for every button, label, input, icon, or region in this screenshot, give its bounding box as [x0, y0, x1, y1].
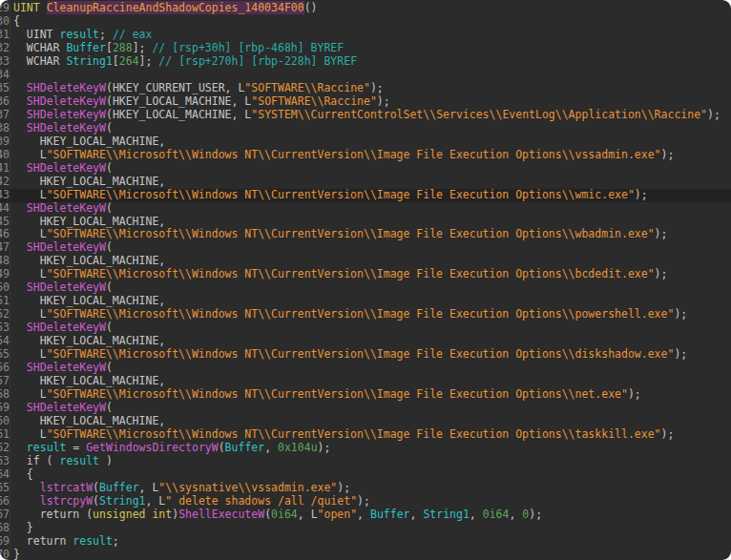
code-line[interactable]: 32 WCHAR Buffer[288]; // [rsp+30h] [rbp-…: [0, 42, 731, 55]
code-line[interactable]: 54 HKEY_LOCAL_MACHINE,: [0, 335, 731, 348]
code-line-text[interactable]: result = GetWindowsDirectoryW(Buffer, 0x…: [13, 442, 330, 455]
code-line-text[interactable]: }: [13, 549, 20, 560]
code-line-text[interactable]: UINT result; // eax: [13, 29, 152, 42]
code-line-text[interactable]: HKEY_LOCAL_MACHINE,: [13, 176, 165, 189]
token-pl: {: [13, 467, 33, 481]
code-line-text[interactable]: L"SOFTWARE\\Microsoft\\Windows NT\\Curre…: [13, 308, 687, 321]
code-line-text[interactable]: SHDeleteKeyW(: [13, 362, 113, 375]
code-line-text[interactable]: SHDeleteKeyW(: [13, 122, 113, 135]
code-line[interactable]: 42 HKEY_LOCAL_MACHINE,: [0, 176, 731, 189]
code-line-text[interactable]: L"SOFTWARE\\Microsoft\\Windows NT\\Curre…: [13, 428, 674, 442]
code-line[interactable]: 39 HKEY_LOCAL_MACHINE,: [0, 135, 731, 149]
code-line[interactable]: 61 L"SOFTWARE\\Microsoft\\Windows NT\\Cu…: [0, 428, 731, 442]
code-line-text[interactable]: return (unsigned int)ShellExecuteW(0i64,…: [13, 508, 542, 522]
code-line[interactable]: 69 return result;: [0, 535, 731, 549]
code-line[interactable]: 62 result = GetWindowsDirectoryW(Buffer,…: [0, 442, 731, 455]
code-line[interactable]: 29UINT CleanupRaccineAndShadowCopies_140…: [0, 2, 731, 15]
token-pl: WCHAR: [13, 54, 66, 68]
code-line-text[interactable]: SHDeleteKeyW(: [13, 321, 113, 335]
code-line[interactable]: 65 lstrcatW(Buffer, L"\\sysnative\\vssad…: [0, 482, 731, 495]
token-pl: L: [13, 387, 47, 401]
code-listing[interactable]: 29UINT CleanupRaccineAndShadowCopies_140…: [0, 2, 731, 560]
code-line-text[interactable]: HKEY_LOCAL_MACHINE,: [13, 216, 165, 229]
code-line-text[interactable]: SHDeleteKeyW(: [13, 281, 113, 295]
code-line-text[interactable]: L"SOFTWARE\\Microsoft\\Windows NT\\Curre…: [13, 149, 674, 162]
code-line-text[interactable]: SHDeleteKeyW(: [13, 402, 113, 415]
code-line-text[interactable]: L"SOFTWARE\\Microsoft\\Windows NT\\Curre…: [13, 268, 667, 281]
code-line[interactable]: 57 HKEY_LOCAL_MACHINE,: [0, 375, 731, 388]
code-line[interactable]: 34: [0, 69, 731, 82]
code-line[interactable]: 56 SHDeleteKeyW(: [0, 362, 731, 375]
code-line-text[interactable]: WCHAR Buffer[288]; // [rsp+30h] [rbp-468…: [13, 42, 344, 55]
code-line[interactable]: 46 L"SOFTWARE\\Microsoft\\Windows NT\\Cu…: [0, 228, 731, 241]
token-call: SHDeleteKeyW: [27, 161, 106, 175]
code-line[interactable]: 30{: [0, 15, 731, 29]
token-pl: WCHAR: [13, 41, 66, 54]
code-line-text[interactable]: {: [13, 468, 33, 482]
code-line[interactable]: 37 SHDeleteKeyW(HKEY_LOCAL_MACHINE, L"SY…: [0, 109, 731, 122]
code-line-text[interactable]: SHDeleteKeyW(: [13, 202, 113, 216]
code-line[interactable]: 33 WCHAR String1[264]; // [rsp+270h] [rb…: [0, 55, 731, 69]
code-line[interactable]: 58 L"SOFTWARE\\Microsoft\\Windows NT\\Cu…: [0, 388, 731, 402]
code-line-text[interactable]: HKEY_LOCAL_MACHINE,: [13, 375, 165, 388]
code-line-text[interactable]: L"SOFTWARE\\Microsoft\\Windows NT\\Curre…: [13, 348, 687, 362]
code-line[interactable]: 68 }: [0, 522, 731, 535]
code-line[interactable]: 44 SHDeleteKeyW(: [0, 202, 731, 216]
code-line[interactable]: 43 L"SOFTWARE\\Microsoft\\Windows NT\\Cu…: [0, 189, 731, 202]
code-line[interactable]: 36 SHDeleteKeyW(HKEY_LOCAL_MACHINE, L"SO…: [0, 95, 731, 109]
code-line[interactable]: 51 HKEY_LOCAL_MACHINE,: [0, 295, 731, 308]
code-line[interactable]: 53 SHDeleteKeyW(: [0, 321, 731, 335]
code-line[interactable]: 50 SHDeleteKeyW(: [0, 281, 731, 295]
code-line-text[interactable]: HKEY_LOCAL_MACHINE,: [13, 135, 165, 149]
code-line[interactable]: 45 HKEY_LOCAL_MACHINE,: [0, 216, 731, 229]
code-line-text[interactable]: lstrcatW(Buffer, L"\\sysnative\\vssadmin…: [13, 482, 350, 495]
code-line-text[interactable]: SHDeleteKeyW(: [13, 241, 113, 255]
token-pl: [13, 361, 27, 374]
code-line-text[interactable]: HKEY_LOCAL_MACHINE,: [13, 415, 165, 428]
code-line[interactable]: 48 HKEY_LOCAL_MACHINE,: [0, 255, 731, 268]
code-line[interactable]: 63 if ( result ): [0, 455, 731, 468]
code-line-text[interactable]: HKEY_LOCAL_MACHINE,: [13, 255, 165, 268]
code-line-text[interactable]: if ( result ): [13, 455, 113, 468]
code-line-text[interactable]: }: [13, 522, 33, 535]
code-line[interactable]: 41 SHDeleteKeyW(: [0, 162, 731, 176]
code-line-text[interactable]: lstrcpyW(String1, L" delete shadows /all…: [13, 495, 370, 508]
code-line-text[interactable]: WCHAR String1[264]; // [rsp+270h] [rbp-2…: [13, 55, 357, 69]
code-line-text[interactable]: SHDeleteKeyW(HKEY_LOCAL_MACHINE, L"SYSTE…: [13, 109, 721, 122]
code-line-text[interactable]: return result;: [13, 535, 119, 549]
line-number: 41: [0, 162, 10, 176]
code-line[interactable]: 67 return (unsigned int)ShellExecuteW(0i…: [0, 508, 731, 522]
token-pl: [: [113, 54, 119, 68]
code-line[interactable]: 38 SHDeleteKeyW(: [0, 122, 731, 135]
code-line-text[interactable]: HKEY_LOCAL_MACHINE,: [13, 295, 165, 308]
token-pl: [13, 441, 27, 454]
code-line-text[interactable]: {: [13, 15, 20, 29]
code-line[interactable]: 31 UINT result; // eax: [0, 29, 731, 42]
code-line-text[interactable]: L"SOFTWARE\\Microsoft\\Windows NT\\Curre…: [13, 228, 667, 241]
token-call: GetWindowsDirectoryW: [86, 441, 218, 454]
code-line-text[interactable]: SHDeleteKeyW(: [13, 162, 113, 176]
code-line[interactable]: 35 SHDeleteKeyW(HKEY_CURRENT_USER, L"SOF…: [0, 82, 731, 95]
code-line[interactable]: 59 SHDeleteKeyW(: [0, 402, 731, 415]
code-line-text[interactable]: UINT CleanupRaccineAndShadowCopies_14003…: [13, 2, 318, 15]
line-number: 38: [0, 122, 10, 135]
code-line[interactable]: 55 L"SOFTWARE\\Microsoft\\Windows NT\\Cu…: [0, 348, 731, 362]
function-name-highlighted[interactable]: CleanupRaccineAndShadowCopies_140034F00: [47, 1, 304, 14]
token-str: "SOFTWARE\\Microsoft\\Windows NT\\Curren…: [47, 267, 655, 280]
code-line[interactable]: 52 L"SOFTWARE\\Microsoft\\Windows NT\\Cu…: [0, 308, 731, 321]
code-line-text[interactable]: HKEY_LOCAL_MACHINE,: [13, 335, 165, 348]
code-line-text[interactable]: L"SOFTWARE\\Microsoft\\Windows NT\\Curre…: [13, 388, 641, 402]
code-line[interactable]: 60 HKEY_LOCAL_MACHINE,: [0, 415, 731, 428]
code-line[interactable]: 70}: [0, 549, 731, 560]
code-line[interactable]: 40 L"SOFTWARE\\Microsoft\\Windows NT\\Cu…: [0, 149, 731, 162]
code-line-text[interactable]: SHDeleteKeyW(HKEY_LOCAL_MACHINE, L"SOFTW…: [13, 95, 390, 109]
token-kw: unsigned int: [93, 508, 172, 521]
token-pl: if (: [13, 454, 59, 467]
code-line-text[interactable]: SHDeleteKeyW(HKEY_CURRENT_USER, L"SOFTWA…: [13, 82, 384, 95]
token-pl: (): [304, 1, 318, 14]
code-line[interactable]: 47 SHDeleteKeyW(: [0, 241, 731, 255]
code-line[interactable]: 66 lstrcpyW(String1, L" delete shadows /…: [0, 495, 731, 508]
code-line[interactable]: 49 L"SOFTWARE\\Microsoft\\Windows NT\\Cu…: [0, 268, 731, 281]
code-line[interactable]: 64 {: [0, 468, 731, 482]
code-line-text[interactable]: L"SOFTWARE\\Microsoft\\Windows NT\\Curre…: [13, 189, 648, 202]
